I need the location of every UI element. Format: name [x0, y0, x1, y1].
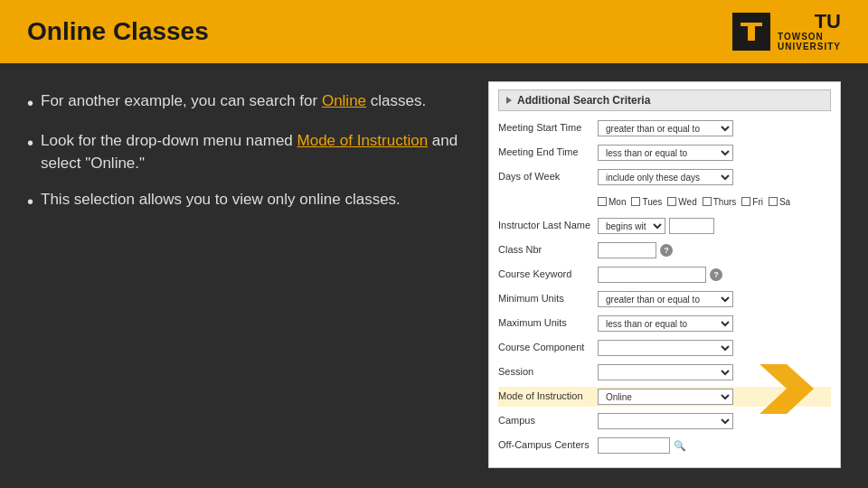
- bullet-dot-3: •: [27, 189, 33, 214]
- mon-label: Mon: [609, 197, 626, 207]
- svg-rect-2: [748, 26, 755, 41]
- off-campus-label: Off-Campus Centers: [498, 439, 598, 451]
- text-panel: • For another example, you can search fo…: [27, 81, 461, 470]
- bullet-1-text: For another example, you can search for …: [41, 90, 426, 113]
- class-nbr-control: ?: [598, 242, 831, 258]
- course-keyword-help-icon[interactable]: ?: [710, 268, 722, 281]
- off-campus-input[interactable]: [598, 437, 670, 454]
- bullet-3: • This selection allows you to view only…: [27, 189, 461, 214]
- bullet-dot-1: •: [27, 90, 33, 116]
- class-nbr-help-icon[interactable]: ?: [660, 244, 673, 257]
- svg-rect-1: [741, 23, 762, 26]
- mode-of-instruction-control: Online: [598, 389, 831, 405]
- course-component-control: [598, 340, 831, 356]
- instructor-row: Instructor Last Name begins with: [498, 216, 831, 236]
- tues-cb[interactable]: [631, 197, 640, 206]
- max-units-control: less than or equal to: [598, 315, 831, 332]
- session-select[interactable]: [598, 364, 733, 380]
- days-of-week-label: Days of Week: [498, 171, 598, 183]
- min-units-control: greater than or equal to: [598, 291, 831, 307]
- tues-label: Tues: [642, 197, 662, 207]
- bullet-dot-2: •: [27, 130, 33, 155]
- logo: TU TOWSONUNIVERSITY: [732, 12, 841, 52]
- course-component-row: Course Component: [498, 338, 831, 358]
- bullet-2-text: Look for the drop-down menu named Mode o…: [41, 130, 461, 174]
- collapse-triangle-icon: [506, 97, 512, 104]
- campus-row: Campus: [498, 411, 831, 431]
- screenshot-section-header: Additional Search Criteria: [498, 89, 831, 111]
- meeting-end-select[interactable]: less than or equal to: [598, 145, 733, 161]
- sa-label: Sa: [779, 197, 790, 207]
- instructor-select[interactable]: begins with: [598, 218, 665, 234]
- session-control: [598, 364, 831, 380]
- thurs-label: Thurs: [713, 197, 737, 207]
- meeting-end-label: Meeting End Time: [498, 146, 598, 158]
- min-units-select[interactable]: greater than or equal to: [598, 291, 733, 307]
- off-campus-control: 🔍: [598, 437, 831, 454]
- course-keyword-row: Course Keyword ?: [498, 265, 831, 285]
- content: • For another example, you can search fo…: [0, 63, 868, 488]
- course-component-label: Course Component: [498, 342, 598, 353]
- page-title: Online Classes: [27, 17, 209, 46]
- days-checkbox-row: Mon Tues Wed Thurs Fri Sa: [498, 192, 831, 211]
- slide: Online Classes TU TOWSONUNIVERSITY • Fo: [0, 0, 868, 488]
- thurs-cb[interactable]: [703, 197, 712, 206]
- checkbox-wed: Wed: [667, 197, 696, 207]
- bullet-3-text: This selection allows you to view only o…: [41, 189, 401, 211]
- max-units-row: Maximum Units less than or equal to: [498, 314, 831, 333]
- top-bar: Online Classes TU TOWSONUNIVERSITY: [0, 0, 868, 63]
- screenshot-panel: Additional Search Criteria Meeting Start…: [488, 81, 841, 470]
- mode-of-instruction-row: Mode of Instruction Online: [498, 387, 831, 407]
- checkbox-tues: Tues: [631, 197, 662, 207]
- logo-tu: TU: [815, 12, 841, 32]
- mode-of-instruction-select[interactable]: Online: [598, 389, 733, 405]
- campus-control: [598, 413, 831, 429]
- wed-label: Wed: [678, 197, 696, 207]
- bullet-1-highlight: Online: [322, 92, 366, 109]
- days-checkboxes: Mon Tues Wed Thurs Fri Sa: [598, 197, 790, 207]
- bullet-2-highlight: Mode of Instruction: [297, 132, 429, 149]
- max-units-select[interactable]: less than or equal to: [598, 315, 733, 332]
- min-units-row: Minimum Units greater than or equal to: [498, 289, 831, 309]
- meeting-end-row: Meeting End Time less than or equal to: [498, 143, 831, 163]
- fri-cb[interactable]: [741, 197, 750, 206]
- section-header-label: Additional Search Criteria: [517, 94, 650, 107]
- session-row: Session: [498, 362, 831, 382]
- course-keyword-control: ?: [598, 267, 831, 283]
- class-nbr-input[interactable]: [598, 242, 656, 258]
- towson-logo-svg: [738, 18, 765, 45]
- course-component-select[interactable]: [598, 340, 733, 356]
- class-nbr-label: Class Nbr: [498, 244, 598, 256]
- course-keyword-input[interactable]: [598, 267, 706, 283]
- screenshot-container: Additional Search Criteria Meeting Start…: [488, 81, 841, 468]
- bullet-1: • For another example, you can search fo…: [27, 90, 461, 116]
- days-of-week-select[interactable]: include only these days: [598, 169, 733, 185]
- checkbox-thurs: Thurs: [703, 197, 737, 207]
- instructor-control: begins with: [598, 218, 831, 234]
- screenshot-box: Additional Search Criteria Meeting Start…: [488, 81, 841, 468]
- meeting-start-select[interactable]: greater than or equal to: [598, 120, 733, 136]
- max-units-label: Maximum Units: [498, 317, 598, 329]
- logo-university: TOWSONUNIVERSITY: [778, 32, 841, 52]
- meeting-end-control: less than or equal to: [598, 145, 831, 161]
- checkbox-mon: Mon: [598, 197, 626, 207]
- min-units-label: Minimum Units: [498, 293, 598, 305]
- class-nbr-row: Class Nbr ?: [498, 240, 831, 260]
- meeting-start-row: Meeting Start Time greater than or equal…: [498, 118, 831, 138]
- mode-of-instruction-label: Mode of Instruction: [498, 390, 598, 402]
- instructor-label: Instructor Last Name: [498, 220, 598, 231]
- wed-cb[interactable]: [667, 197, 676, 206]
- meeting-start-label: Meeting Start Time: [498, 122, 598, 134]
- logo-icon: [732, 13, 770, 51]
- session-label: Session: [498, 366, 598, 378]
- off-campus-search-icon[interactable]: 🔍: [674, 440, 686, 452]
- logo-text: TU TOWSONUNIVERSITY: [778, 12, 841, 52]
- days-of-week-control: include only these days: [598, 169, 831, 185]
- course-keyword-label: Course Keyword: [498, 268, 598, 280]
- checkbox-sa: Sa: [769, 197, 790, 207]
- mon-cb[interactable]: [598, 197, 607, 206]
- instructor-input[interactable]: [669, 218, 714, 234]
- campus-select[interactable]: [598, 413, 733, 429]
- checkbox-fri: Fri: [741, 197, 763, 207]
- sa-cb[interactable]: [769, 197, 778, 206]
